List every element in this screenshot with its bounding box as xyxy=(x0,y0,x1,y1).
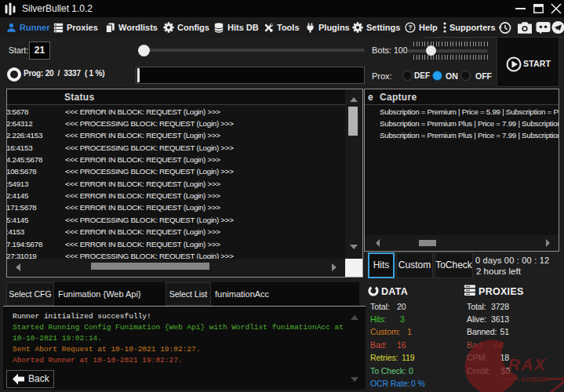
svg-text:?: ? xyxy=(408,24,412,31)
svg-text:FORUM: FORUM xyxy=(522,376,548,383)
svg-text:RAX: RAX xyxy=(508,355,547,373)
